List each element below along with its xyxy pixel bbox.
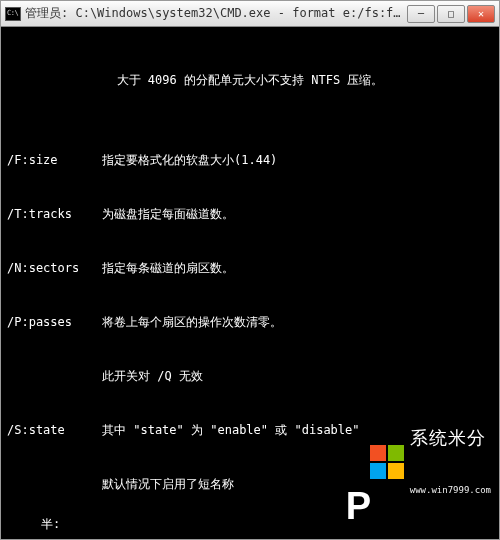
option-desc: 此开关对 /Q 无效 [102,367,493,385]
title-bar[interactable]: 管理员: C:\Windows\system32\CMD.exe - forma… [1,1,499,27]
option-row: /T:tracks 为磁盘指定每面磁道数。 [7,205,493,223]
watermark-title: 系统米分 [410,428,491,448]
option-key: /N:sectors [7,259,102,277]
console-bottom-row: 半: 系统米分 www.win7999.com [1,392,499,539]
window-controls: ─ □ ✕ [405,5,495,23]
console-output[interactable]: 大于 4096 的分配单元大小不支持 NTFS 压缩。 /F:size 指定要格… [1,27,499,539]
option-row: 此开关对 /Q 无效 [7,367,493,385]
option-key [7,367,102,385]
option-row: /P:passes 将卷上每个扇区的操作次数清零。 [7,313,493,331]
option-desc: 为磁盘指定每面磁道数。 [102,205,493,223]
option-key: /T:tracks [7,205,102,223]
option-desc: 将卷上每个扇区的操作次数清零。 [102,313,493,331]
option-key: /F:size [7,151,102,169]
option-row: /F:size 指定要格式化的软盘大小(1.44) [7,151,493,169]
watermark: 系统米分 www.win7999.com [370,392,491,533]
window-title: 管理员: C:\Windows\system32\CMD.exe - forma… [25,5,405,22]
ime-indicator: 半: [41,515,60,533]
option-desc: 指定要格式化的软盘大小(1.44) [102,151,493,169]
option-desc: 指定每条磁道的扇区数。 [102,259,493,277]
option-key: /P:passes [7,313,102,331]
option-row: /N:sectors 指定每条磁道的扇区数。 [7,259,493,277]
header-line: 大于 4096 的分配单元大小不支持 NTFS 压缩。 [7,67,493,97]
close-button[interactable]: ✕ [467,5,495,23]
minimize-button[interactable]: ─ [407,5,435,23]
windows-logo-icon [370,445,404,479]
watermark-url: www.win7999.com [410,484,491,498]
cmd-icon [5,7,21,21]
maximize-button[interactable]: □ [437,5,465,23]
cmd-window: 管理员: C:\Windows\system32\CMD.exe - forma… [0,0,500,540]
